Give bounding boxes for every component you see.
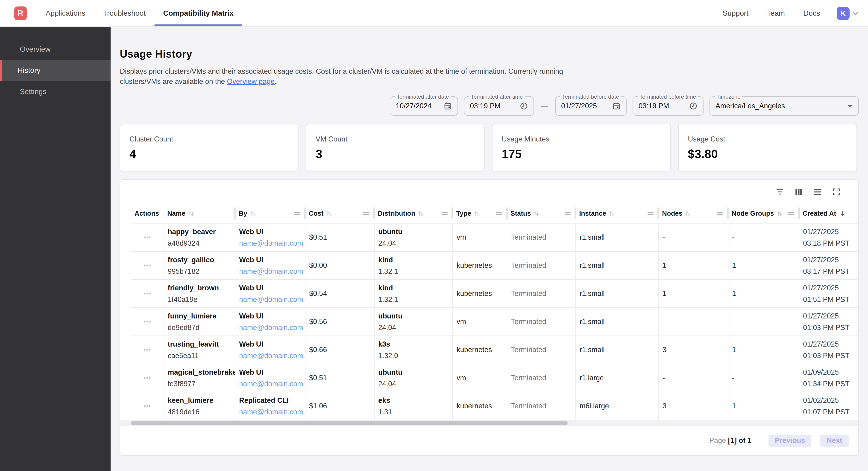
row-actions-button[interactable]	[141, 233, 154, 241]
column-header[interactable]: Nodes	[658, 204, 728, 223]
sidebar-item[interactable]: Overview	[0, 39, 111, 60]
calendar-icon[interactable]	[608, 102, 621, 110]
cell-actions	[131, 308, 163, 335]
horizontal-scrollbar[interactable]	[120, 420, 858, 426]
created-by-email-link[interactable]: name@domain.com	[239, 350, 301, 361]
column-menu-icon[interactable]	[647, 210, 654, 216]
nav-tab[interactable]: Compatibility Matrix	[154, 0, 242, 26]
sort-icon	[188, 210, 194, 217]
column-header[interactable]: Node Groups	[728, 204, 799, 223]
row-actions-button[interactable]	[141, 261, 154, 270]
clock-icon[interactable]	[685, 102, 698, 110]
cell-status: Terminated	[507, 336, 576, 364]
cell-distribution: ubuntu 24.04	[374, 364, 453, 392]
nav-tab[interactable]: Applications	[37, 0, 94, 26]
replicated-logo[interactable]: R	[14, 6, 27, 20]
created-by-email-link[interactable]: name@domain.com	[239, 265, 301, 277]
filter-icon[interactable]	[775, 187, 784, 196]
cluster-name: friendly_brown	[168, 282, 231, 294]
created-time: 03:17 PM PST	[803, 265, 858, 277]
cost-value: $0.51	[309, 233, 370, 241]
created-by-email-link[interactable]: name@domain.com	[239, 378, 301, 389]
cell-nodes: 3	[658, 392, 728, 420]
column-menu-icon[interactable]	[363, 210, 370, 216]
cell-status: Terminated	[507, 224, 576, 251]
stat-card: Usage Cost $3.80	[678, 124, 857, 171]
previous-page-button[interactable]: Previous	[769, 434, 812, 447]
row-actions-button[interactable]	[141, 346, 154, 354]
nodes-value: 1	[662, 289, 724, 298]
column-header[interactable]: Status	[507, 204, 576, 223]
columns-icon[interactable]	[794, 187, 803, 196]
created-by-email-link[interactable]: name@domain.com	[239, 237, 301, 249]
account-menu-button[interactable]: K	[837, 7, 860, 20]
column-menu-icon[interactable]	[564, 210, 571, 216]
created-by-email-link[interactable]: name@domain.com	[239, 322, 301, 333]
row-actions-button[interactable]	[141, 374, 154, 382]
column-menu-icon[interactable]	[788, 210, 794, 216]
scrollbar-thumb[interactable]	[131, 421, 568, 425]
cell-nodes: 3	[658, 336, 728, 364]
sidebar-item[interactable]: Settings	[0, 81, 111, 102]
column-menu-icon[interactable]	[717, 210, 723, 216]
terminated-after-time-field[interactable]: Terminated after time 03:19 PM	[464, 96, 534, 116]
node-groups-value: -	[732, 318, 795, 326]
sort-icon	[326, 210, 332, 217]
row-actions-button[interactable]	[141, 289, 154, 298]
cell-distribution: kind 1.32.1	[374, 280, 453, 307]
sidebar-item[interactable]: History	[0, 60, 111, 81]
field-label: Timezone	[715, 93, 742, 100]
column-header[interactable]: Type	[453, 204, 507, 223]
terminated-after-date-field[interactable]: Terminated after date 10/27/2024	[390, 96, 458, 116]
row-actions-button[interactable]	[141, 318, 154, 326]
column-header[interactable]: Actions	[131, 204, 163, 223]
column-menu-icon[interactable]	[294, 210, 300, 216]
column-header[interactable]: Distribution	[374, 204, 453, 223]
calendar-icon[interactable]	[439, 102, 452, 110]
created-by-email-link[interactable]: name@domain.com	[239, 294, 301, 305]
cell-created-at: 01/02/2025 01:07 PM PST	[799, 392, 858, 420]
cell-type: vm	[453, 364, 507, 392]
field-label: Terminated before date	[560, 93, 621, 100]
terminated-before-time-field[interactable]: Terminated before time 03:19 PM	[632, 96, 704, 116]
filter-bar: Terminated after date 10/27/2024 Termina…	[120, 96, 859, 116]
row-actions-button[interactable]	[141, 402, 154, 410]
sidebar-item-label: Settings	[20, 88, 46, 96]
terminated-before-date-field[interactable]: Terminated before date 01/27/2025	[555, 96, 627, 116]
cell-cost: $0.54	[305, 280, 374, 307]
cell-by: Web UI name@domain.com	[235, 224, 305, 251]
next-page-button[interactable]: Next	[820, 434, 849, 447]
nav-tab[interactable]: Troubleshoot	[94, 0, 155, 26]
column-menu-icon[interactable]	[496, 210, 502, 216]
column-header-label: Status	[510, 210, 531, 217]
nav-link[interactable]: Support	[713, 0, 758, 27]
created-time: 01:51 PM PST	[803, 294, 858, 305]
cell-type: kubernetes	[453, 392, 507, 420]
column-header[interactable]: Created At	[799, 204, 858, 223]
column-menu-icon[interactable]	[441, 210, 448, 216]
fullscreen-icon[interactable]	[832, 187, 841, 196]
cell-node-groups: -	[728, 224, 799, 251]
created-by-email-link[interactable]: name@domain.com	[239, 406, 301, 417]
table-row: funny_lumiere de9ed87d Web UI name@domai…	[131, 308, 858, 336]
cell-instance: r1.small	[576, 280, 658, 307]
cluster-name: funny_lumiere	[168, 310, 231, 322]
status-value: Terminated	[511, 318, 572, 326]
clock-icon[interactable]	[515, 102, 528, 110]
created-by-source: Web UI	[239, 366, 301, 378]
column-header[interactable]: Cost	[305, 204, 374, 223]
table-row: magical_stonebraker fe3f8977 Web UI name…	[131, 364, 858, 392]
sort-icon	[417, 210, 424, 217]
column-header[interactable]: By	[235, 204, 305, 223]
column-header[interactable]: Instance	[576, 204, 658, 223]
timezone-select[interactable]: Timezone America/Los_Angeles	[710, 96, 859, 116]
created-date: 01/27/2025	[803, 338, 858, 350]
nav-link[interactable]: Docs	[794, 0, 829, 27]
density-icon[interactable]	[813, 187, 822, 196]
instance-value: r1.small	[580, 346, 655, 354]
overview-page-link[interactable]: Overview page	[227, 77, 275, 85]
distribution-name: kind	[378, 254, 449, 265]
created-by-source: Replicated CLI	[239, 394, 301, 406]
nav-link[interactable]: Team	[758, 0, 794, 27]
column-header[interactable]: Name	[163, 204, 235, 223]
